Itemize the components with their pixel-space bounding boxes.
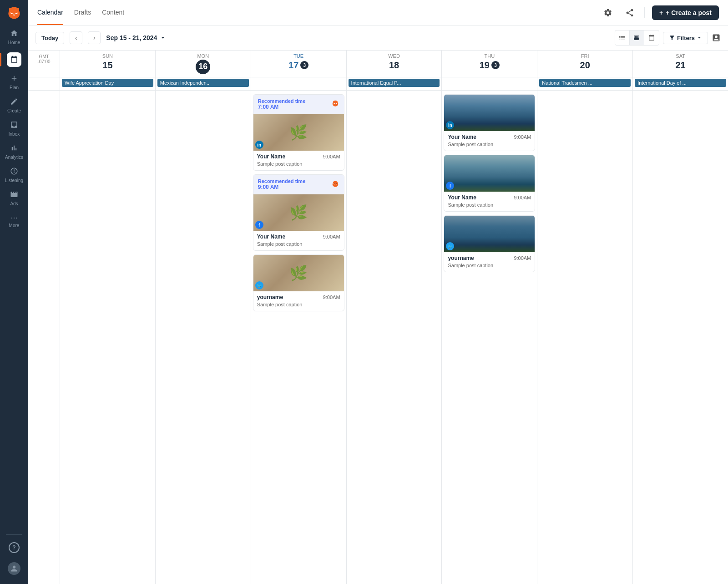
filter-icon — [669, 35, 675, 41]
sidebar-divider — [6, 534, 22, 535]
sidebar-item-inbox[interactable]: Inbox — [0, 117, 28, 140]
report-view-button[interactable] — [712, 33, 721, 42]
national-tradesmen-event[interactable]: National Tradesmen ... — [539, 79, 631, 87]
day-name-fri: Fri — [539, 53, 631, 59]
sidebar-item-more[interactable]: ··· More — [0, 210, 28, 232]
event-banner-wed: International Equal P... — [347, 77, 442, 90]
day-header-mon: Mon 16 — [156, 51, 251, 77]
toolbar-right: Filters — [615, 30, 721, 46]
day-number-mon: 16 — [157, 60, 249, 74]
flowers-bg-3: 🌿 — [253, 255, 344, 291]
recommended-time-2: Recommended time 9:00 AM — [253, 175, 344, 194]
analytics-icon — [10, 144, 18, 153]
post-author-thu-3: yourname — [448, 255, 474, 261]
sidebar-create-label: Create — [7, 108, 21, 113]
rec-label-2: Recommended time — [258, 178, 306, 184]
ads-icon — [10, 190, 18, 200]
post-card-tue-2[interactable]: Recommended time 9:00 AM 🌿 f — [253, 174, 344, 251]
post-caption-thu-1: Sample post caption — [448, 142, 531, 147]
mexican-independence-event[interactable]: Mexican Independen... — [157, 79, 249, 87]
week-icon — [633, 34, 640, 41]
sidebar-item-analytics[interactable]: Analytics — [0, 140, 28, 163]
international-day-event[interactable]: International Day of ... — [635, 79, 726, 87]
post-card-thu-2[interactable]: f Your Name 9:00AM Sample post caption — [444, 155, 535, 212]
day-name-thu: Thu — [444, 53, 535, 59]
recommended-time-1: Recommended time 7:00 AM — [253, 95, 344, 114]
sidebar-item-ads[interactable]: Ads — [0, 187, 28, 210]
svg-point-13 — [333, 101, 338, 103]
post-meta-thu-3: yourname 9:00AM — [448, 255, 531, 261]
day-header-wed: Wed 18 — [347, 51, 442, 77]
help-icon: ? — [9, 542, 20, 553]
wife-appreciation-event[interactable]: Wife Appreciation Day — [62, 79, 153, 87]
post-meta-thu-2: Your Name 9:00AM — [448, 194, 531, 201]
settings-button[interactable] — [601, 5, 615, 20]
main-content: Calendar Drafts Content + + Create a pos… — [28, 0, 728, 584]
day-header-sat: Sat 21 — [633, 51, 728, 77]
post-info-thu-2: Your Name 9:00AM Sample post caption — [444, 192, 535, 211]
sidebar-item-calendar[interactable] — [0, 49, 28, 71]
tab-drafts[interactable]: Drafts — [74, 0, 91, 25]
post-card-tue-1[interactable]: Recommended time 7:00 AM 🌿 — [253, 94, 344, 171]
tue-badge: 3 — [300, 61, 308, 69]
column-fri — [537, 91, 633, 584]
tab-content[interactable]: Content — [102, 0, 124, 25]
post-caption-tue-3: Sample post caption — [257, 302, 340, 307]
date-range-button[interactable]: Sep 15 - 21, 2024 — [106, 34, 166, 41]
sidebar-item-profile[interactable] — [0, 559, 28, 579]
post-card-thu-3[interactable]: 🐦 yourname 9:00AM Sample post caption — [444, 215, 535, 272]
sidebar-item-create[interactable]: Create — [0, 94, 28, 117]
post-card-thu-1[interactable]: in Your Name 9:00AM Sample post caption — [444, 94, 535, 151]
day-number-thu-container: 19 3 — [444, 60, 535, 71]
filters-label: Filters — [677, 35, 695, 41]
post-meta-thu-1: Your Name 9:00AM — [448, 134, 531, 140]
post-caption-thu-3: Sample post caption — [448, 263, 531, 268]
create-post-button[interactable]: + + Create a post — [652, 5, 719, 20]
day-header-tue: Tue 17 3 — [251, 51, 347, 77]
share-button[interactable] — [622, 5, 637, 20]
post-image-thu-1: in — [444, 95, 535, 131]
prev-week-button[interactable]: ‹ — [70, 31, 82, 44]
day-number-thu: 19 — [480, 60, 490, 71]
calendar-icon — [7, 52, 21, 67]
sidebar-item-home[interactable]: Home — [0, 25, 28, 49]
calendar-toolbar: Today ‹ › Sep 15 - 21, 2024 Filters — [28, 25, 728, 51]
filter-chevron-down-icon — [697, 35, 702, 41]
sidebar-item-plan[interactable]: Plan — [0, 71, 28, 94]
post-meta-tue-1: Your Name 9:00AM — [257, 153, 340, 160]
sidebar-plan-label: Plan — [10, 85, 19, 90]
sidebar-listening-label: Listening — [5, 178, 23, 183]
create-post-label: + Create a post — [666, 9, 712, 16]
month-icon — [648, 34, 655, 41]
list-view-button[interactable] — [615, 30, 630, 45]
recommended-time-block: Recommended time 7:00 AM — [258, 98, 306, 110]
today-button[interactable]: Today — [35, 32, 64, 44]
post-info-thu-1: Your Name 9:00AM Sample post caption — [444, 131, 535, 151]
sidebar-item-listening[interactable]: Listening — [0, 163, 28, 187]
post-author-thu-1: Your Name — [448, 134, 476, 140]
post-image-thu-2: f — [444, 155, 535, 192]
month-view-button[interactable] — [644, 30, 659, 45]
day-number-tue-container: 17 3 — [253, 60, 344, 71]
next-week-button[interactable]: › — [88, 31, 101, 44]
post-info-tue-3: yourname 9:00AM Sample post caption — [253, 291, 344, 311]
day-number-sat: 21 — [635, 60, 726, 71]
international-equal-pay-event[interactable]: International Equal P... — [349, 79, 440, 87]
flowers-bg-2: 🌿 — [253, 194, 344, 231]
sidebar-item-help[interactable]: ? — [0, 538, 28, 557]
post-time-tue-1: 9:00AM — [323, 154, 340, 159]
app-logo[interactable] — [0, 0, 28, 25]
column-thu: in Your Name 9:00AM Sample post caption — [442, 91, 537, 584]
event-banner-mon: Mexican Independen... — [156, 77, 251, 90]
listening-icon — [10, 167, 18, 177]
day-number-tue: 17 — [288, 60, 298, 71]
tab-calendar[interactable]: Calendar — [37, 0, 63, 25]
post-info-thu-3: yourname 9:00AM Sample post caption — [444, 252, 535, 272]
filters-button[interactable]: Filters — [663, 32, 708, 44]
day-number-wed: 18 — [349, 60, 440, 71]
column-mon — [156, 91, 251, 584]
post-card-tue-3[interactable]: 🌿 🐦 yourname 9:00AM Sample post caption — [253, 254, 344, 311]
banner-gmt-spacer — [28, 77, 60, 90]
week-view-button[interactable] — [630, 30, 644, 45]
top-navigation: Calendar Drafts Content + + Create a pos… — [28, 0, 728, 25]
